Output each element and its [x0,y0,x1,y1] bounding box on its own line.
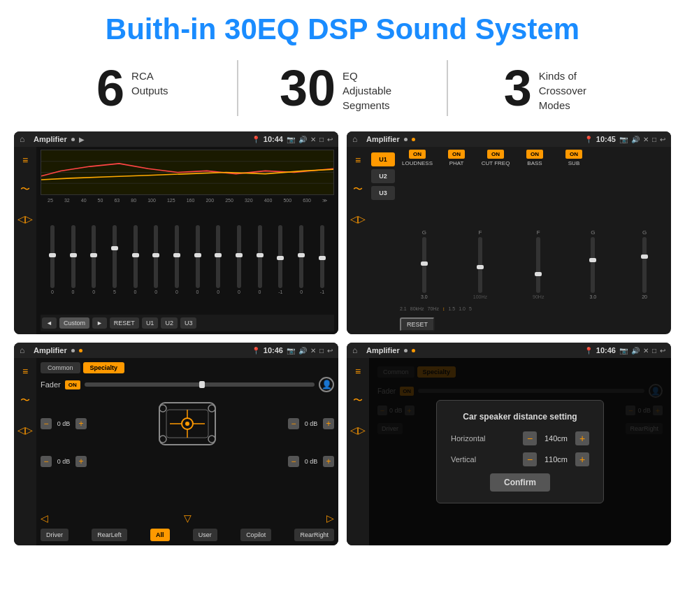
cross-copilot-btn[interactable]: Copilot [240,529,271,541]
eq-reset-btn[interactable]: RESET [110,317,139,329]
cross-icon-3[interactable]: ◁▷ [17,422,33,438]
amp-home-icon[interactable]: ⌂ [352,134,362,144]
db-plus-2[interactable]: + [323,418,334,429]
cross-icon-2[interactable]: 〜 [17,393,33,408]
sub-switch[interactable]: ON [565,150,582,159]
dialog-home-icon[interactable]: ⌂ [352,345,362,355]
crossover-screen: ⌂ Amplifier 📍 10:46 📷 🔊 ✕ □ ↩ ≡ 〜 ◁▷ [14,343,338,545]
eq-window-icon[interactable]: □ [319,136,324,143]
eq-volume-icon[interactable]: 🔊 [298,136,307,143]
dialog-title-text: Car speaker distance setting [451,412,589,422]
horizontal-value: 140cm [540,434,572,443]
eq-icon-2[interactable]: 〜 [17,182,33,197]
amp-icon-2[interactable]: 〜 [350,182,366,197]
vertical-minus-btn[interactable]: − [523,452,537,466]
cross-driver-btn[interactable]: Driver [41,529,68,541]
loudness-switch[interactable]: ON [409,150,426,159]
stat-number-30: 30 [280,63,336,113]
dialog-side-icons: ≡ 〜 ◁▷ [347,358,369,545]
db-plus-1[interactable]: + [75,418,87,429]
cross-back-icon[interactable]: ↩ [327,347,333,354]
cross-rearright-btn[interactable]: RearRight [294,529,334,541]
amp-window-icon[interactable]: □ [652,136,656,143]
db-val-1: 0 dB [54,420,73,427]
cross-side-icons: ≡ 〜 ◁▷ [14,358,36,545]
cross-tab-specialty[interactable]: Specialty [83,362,125,373]
stat-divider-2 [447,60,448,116]
horizontal-label: Horizontal [451,434,486,443]
dialog-icon-1[interactable]: ≡ [350,364,366,379]
dialog-x-icon[interactable]: ✕ [643,347,649,354]
dialog-icon-2[interactable]: 〜 [350,393,366,408]
eq-play-btn[interactable]: ► [92,317,107,329]
cross-x-icon[interactable]: ✕ [310,347,316,354]
eq-x-icon[interactable]: ✕ [310,136,316,143]
cross-volume-icon[interactable]: 🔊 [298,347,307,354]
eq-back-icon[interactable]: ↩ [327,136,333,143]
eq-side-icons: ≡ 〜 ◁▷ [14,147,36,334]
eq-custom-btn[interactable]: Custom [59,317,89,329]
cross-tab-common[interactable]: Common [41,362,80,373]
dialog-window-icon[interactable]: □ [652,347,656,354]
db-plus-4[interactable]: + [323,456,334,467]
cross-time: 10:46 [264,346,283,354]
cross-icon-1[interactable]: ≡ [17,364,33,379]
horizontal-minus-btn[interactable]: − [523,431,537,445]
db-minus-1[interactable]: − [41,418,52,429]
loudness-label: LOUDNESS [402,160,433,166]
amp-back-icon[interactable]: ↩ [660,136,665,143]
cross-down-arrow[interactable]: ▽ [184,513,192,524]
db-val-4: 0 dB [301,458,321,465]
horizontal-plus-btn[interactable]: + [575,431,589,445]
cross-all-btn[interactable]: All [150,529,170,541]
cross-rearleft-btn[interactable]: RearLeft [92,529,127,541]
amp-camera-icon: 📷 [619,136,628,143]
eq-location-icon: 📍 [252,136,260,143]
eq-play-icon[interactable]: ▶ [79,136,85,143]
dialog-back-icon[interactable]: ↩ [660,347,665,354]
eq-icon-3[interactable]: ◁▷ [17,211,33,227]
dialog-volume-icon[interactable]: 🔊 [631,347,640,354]
db-plus-3[interactable]: + [75,456,87,467]
db-minus-4[interactable]: − [288,456,299,467]
home-icon[interactable]: ⌂ [20,134,29,144]
cross-right-arrow[interactable]: ▷ [326,513,334,524]
cross-left-arrow[interactable]: ◁ [41,513,48,524]
amp-preset-u3[interactable]: U3 [371,186,395,200]
vertical-plus-btn[interactable]: + [575,452,589,466]
db-minus-3[interactable]: − [41,456,52,467]
eq-u3-btn[interactable]: U3 [180,317,197,329]
stat-desc-crossover: Kinds ofCrossover Modes [539,63,602,113]
db-minus-2[interactable]: − [288,418,299,429]
svg-point-9 [208,436,215,443]
confirm-button[interactable]: Confirm [490,473,550,492]
amp-volume-icon[interactable]: 🔊 [631,136,640,143]
cutfreq-switch[interactable]: ON [487,150,504,159]
amp-preset-u2[interactable]: U2 [371,169,395,183]
cross-home-icon[interactable]: ⌂ [20,345,29,355]
page-title: Buith-in 30EQ DSP Sound System [0,0,685,53]
fader-label: Fader [41,380,61,389]
eq-icon-1[interactable]: ≡ [17,152,33,168]
amp-icon-1[interactable]: ≡ [350,152,366,168]
dialog-icon-3[interactable]: ◁▷ [350,422,366,438]
fader-on-btn[interactable]: ON [65,380,80,389]
sub-label: SUB [568,160,579,166]
eq-u1-btn[interactable]: U1 [142,317,159,329]
dialog-box: Car speaker distance setting Horizontal … [436,400,604,503]
phat-switch[interactable]: ON [448,150,465,159]
eq-graph [41,150,334,195]
cross-user-btn[interactable]: User [193,529,217,541]
eq-prev-btn[interactable]: ◄ [42,317,57,329]
eq-u2-btn[interactable]: U2 [161,317,178,329]
amp-icon-3[interactable]: ◁▷ [350,211,366,227]
amp-x-icon[interactable]: ✕ [643,136,649,143]
amp-presets: U1 U2 U3 [369,147,397,334]
amp-preset-u1[interactable]: U1 [371,152,395,166]
dialog-overlay: Car speaker distance setting Horizontal … [369,358,671,545]
eq-camera-icon: 📷 [287,136,295,143]
bass-switch[interactable]: ON [526,150,543,159]
cross-window-icon[interactable]: □ [319,347,324,354]
eq-screen: ⌂ Amplifier ▶ 📍 10:44 📷 🔊 ✕ □ ↩ ≡ 〜 ◁▷ [14,131,338,334]
amp-reset-btn[interactable]: RESET [400,317,435,331]
